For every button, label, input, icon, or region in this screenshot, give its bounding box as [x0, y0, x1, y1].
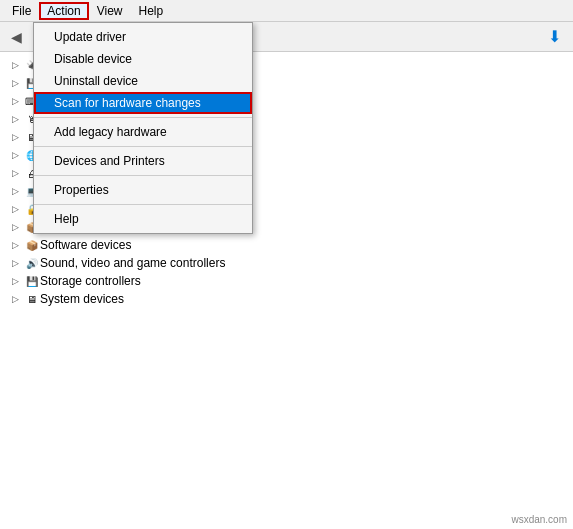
- menu-item-uninstall-device[interactable]: Uninstall device: [34, 70, 252, 92]
- chevron-system: ▷: [8, 292, 22, 306]
- menu-file[interactable]: File: [4, 2, 39, 20]
- tree-item-storage[interactable]: ▷ 💾 Storage controllers: [0, 272, 573, 290]
- chevron-mice: ▷: [8, 112, 22, 126]
- back-button[interactable]: ◀: [4, 25, 28, 49]
- icon-software-devices: 📦: [24, 239, 40, 252]
- menu-separator-4: [34, 204, 252, 205]
- icon-storage: 💾: [24, 275, 40, 288]
- menu-action[interactable]: Action: [39, 2, 88, 20]
- menu-bar: File Action View Help: [0, 0, 573, 22]
- tree-item-system[interactable]: ▷ 🖥 System devices: [0, 290, 573, 308]
- chevron-print: ▷: [8, 166, 22, 180]
- chevron-security: ▷: [8, 202, 22, 216]
- chevron-hid: ▷: [8, 58, 22, 72]
- chevron-keyboards: ▷: [8, 94, 22, 108]
- icon-system: 🖥: [24, 293, 40, 306]
- action-dropdown[interactable]: Update driver Disable device Uninstall d…: [33, 22, 253, 234]
- label-software-devices: Software devices: [40, 238, 131, 252]
- label-storage: Storage controllers: [40, 274, 141, 288]
- menu-item-help[interactable]: Help: [34, 208, 252, 230]
- chevron-storage: ▷: [8, 274, 22, 288]
- tree-item-software-devices[interactable]: ▷ 📦 Software devices: [0, 236, 573, 254]
- icon-sound: 🔊: [24, 257, 40, 270]
- menu-item-add-legacy[interactable]: Add legacy hardware: [34, 121, 252, 143]
- chevron-sound: ▷: [8, 256, 22, 270]
- menu-separator-1: [34, 117, 252, 118]
- download-icon[interactable]: ⬇: [548, 27, 561, 46]
- menu-item-scan-hardware[interactable]: Scan for hardware changes: [34, 92, 252, 114]
- tree-item-sound[interactable]: ▷ 🔊 Sound, video and game controllers: [0, 254, 573, 272]
- menu-separator-3: [34, 175, 252, 176]
- label-sound: Sound, video and game controllers: [40, 256, 225, 270]
- menu-item-devices-printers[interactable]: Devices and Printers: [34, 150, 252, 172]
- menu-item-update-driver[interactable]: Update driver: [34, 26, 252, 48]
- menu-item-properties[interactable]: Properties: [34, 179, 252, 201]
- chevron-software-components: ▷: [8, 220, 22, 234]
- chevron-monitors: ▷: [8, 130, 22, 144]
- chevron-ide: ▷: [8, 76, 22, 90]
- label-system: System devices: [40, 292, 124, 306]
- chevron-network: ▷: [8, 148, 22, 162]
- menu-separator-2: [34, 146, 252, 147]
- chevron-processors: ▷: [8, 184, 22, 198]
- chevron-software-devices: ▷: [8, 238, 22, 252]
- menu-view[interactable]: View: [89, 2, 131, 20]
- menu-item-disable-device[interactable]: Disable device: [34, 48, 252, 70]
- menu-help[interactable]: Help: [131, 2, 172, 20]
